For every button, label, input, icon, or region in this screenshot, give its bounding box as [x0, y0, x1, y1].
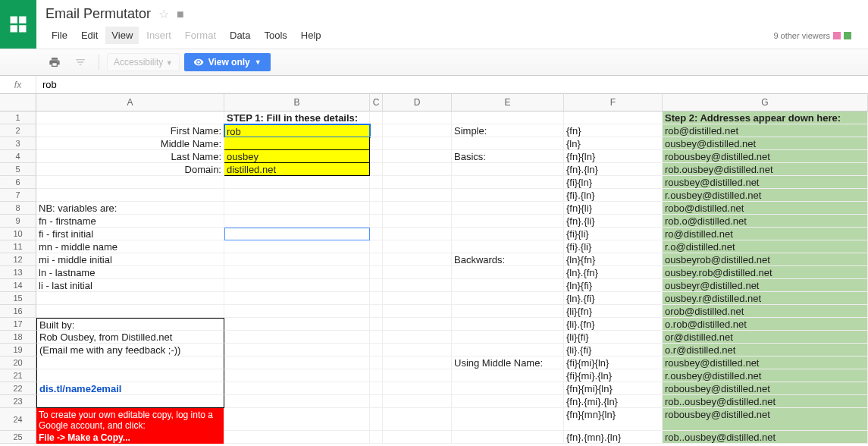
- cell-G17[interactable]: o.rob@distilled.net: [663, 318, 868, 331]
- cell-F19[interactable]: {li}.{fi}: [564, 344, 663, 356]
- row-header-20[interactable]: 20: [0, 356, 36, 369]
- cell-F9[interactable]: {fn}.{li}: [564, 215, 663, 228]
- cell-E7[interactable]: [452, 189, 564, 202]
- cell-E21[interactable]: [452, 369, 564, 382]
- cell-A22[interactable]: dis.tl/name2email: [36, 382, 224, 395]
- accessibility-button[interactable]: Accessibility ▼: [107, 53, 180, 71]
- cell-F13[interactable]: {ln}.{fn}: [564, 266, 663, 279]
- menu-file[interactable]: File: [45, 27, 74, 44]
- cell-C2[interactable]: [370, 124, 383, 137]
- cell-G2[interactable]: rob@distilled.net: [663, 124, 868, 137]
- col-header-D[interactable]: D: [383, 94, 452, 111]
- row-header-1[interactable]: 1: [0, 112, 36, 124]
- row-header-19[interactable]: 19: [0, 344, 36, 356]
- cell-B9[interactable]: [224, 215, 370, 228]
- row-header-10[interactable]: 10: [0, 228, 36, 240]
- cell-C5[interactable]: [370, 163, 383, 176]
- cell-B3[interactable]: [224, 137, 370, 150]
- cell-A21[interactable]: [36, 369, 224, 382]
- cell-C18[interactable]: [370, 331, 383, 344]
- cell-D17[interactable]: [383, 318, 452, 331]
- row-header-18[interactable]: 18: [0, 331, 36, 344]
- cell-E14[interactable]: [452, 279, 564, 292]
- menu-view[interactable]: View: [105, 27, 139, 44]
- cell-C7[interactable]: [370, 189, 383, 202]
- cell-D5[interactable]: [383, 163, 452, 176]
- cell-B14[interactable]: [224, 279, 370, 292]
- cell-A1[interactable]: [36, 112, 224, 124]
- cell-C11[interactable]: [370, 240, 383, 253]
- cell-A4[interactable]: Last Name:: [36, 150, 224, 163]
- cell-B25[interactable]: [224, 431, 370, 444]
- cell-B15[interactable]: [224, 292, 370, 305]
- cell-F6[interactable]: {fi}{ln}: [564, 176, 663, 189]
- cell-B20[interactable]: [224, 356, 370, 369]
- cell-E2[interactable]: Simple:: [452, 124, 564, 137]
- cell-E8[interactable]: [452, 202, 564, 215]
- cell-A16[interactable]: [36, 305, 224, 318]
- cell-G21[interactable]: r.ousbey@distilled.net: [663, 369, 868, 382]
- cell-E15[interactable]: [452, 292, 564, 305]
- cell-C13[interactable]: [370, 266, 383, 279]
- cell-A5[interactable]: Domain:: [36, 163, 224, 176]
- cell-E5[interactable]: [452, 163, 564, 176]
- cell-E3[interactable]: [452, 137, 564, 150]
- cell-A11[interactable]: mn - middle name: [36, 240, 224, 253]
- cell-B10[interactable]: [224, 228, 370, 240]
- cell-G9[interactable]: rob.o@distilled.net: [663, 215, 868, 228]
- cell-G1[interactable]: Step 2: Addresses appear down here:: [663, 112, 868, 124]
- viewers-indicator[interactable]: 9 other viewers: [773, 31, 859, 40]
- col-header-A[interactable]: A: [36, 94, 224, 111]
- cell-E6[interactable]: [452, 176, 564, 189]
- cell-F2[interactable]: {fn}: [564, 124, 663, 137]
- cell-B13[interactable]: [224, 266, 370, 279]
- cell-C15[interactable]: [370, 292, 383, 305]
- cell-A7[interactable]: [36, 189, 224, 202]
- cell-A14[interactable]: li - last initial: [36, 279, 224, 292]
- cell-D23[interactable]: [383, 395, 452, 408]
- cell-F20[interactable]: {fi}{mi}{ln}: [564, 356, 663, 369]
- cell-D19[interactable]: [383, 344, 452, 356]
- row-header-23[interactable]: 23: [0, 395, 36, 408]
- cell-G13[interactable]: ousbey.rob@distilled.net: [663, 266, 868, 279]
- cell-D12[interactable]: [383, 253, 452, 266]
- menu-edit[interactable]: Edit: [75, 27, 104, 44]
- app-logo[interactable]: [0, 0, 36, 49]
- row-header-7[interactable]: 7: [0, 189, 36, 202]
- row-header-12[interactable]: 12: [0, 253, 36, 266]
- cell-F3[interactable]: {ln}: [564, 137, 663, 150]
- row-header-6[interactable]: 6: [0, 176, 36, 189]
- cell-C4[interactable]: [370, 150, 383, 163]
- cell-E4[interactable]: Basics:: [452, 150, 564, 163]
- row-header-22[interactable]: 22: [0, 382, 36, 395]
- cell-D7[interactable]: [383, 189, 452, 202]
- row-header-15[interactable]: 15: [0, 292, 36, 305]
- formula-bar[interactable]: [36, 76, 868, 93]
- cell-A3[interactable]: Middle Name:: [36, 137, 224, 150]
- cell-B8[interactable]: [224, 202, 370, 215]
- select-all-corner[interactable]: [0, 94, 36, 111]
- cell-B12[interactable]: [224, 253, 370, 266]
- cell-E10[interactable]: [452, 228, 564, 240]
- cell-G24[interactable]: robousbey@distilled.net: [663, 408, 868, 431]
- col-header-G[interactable]: G: [663, 94, 868, 111]
- cell-A24[interactable]: To create your own editable copy, log in…: [36, 408, 224, 431]
- doc-title[interactable]: Email Permutator: [45, 6, 151, 22]
- cell-E23[interactable]: [452, 395, 564, 408]
- cell-E19[interactable]: [452, 344, 564, 356]
- cell-G5[interactable]: rob.ousbey@distilled.net: [663, 163, 868, 176]
- folder-icon[interactable]: ■: [177, 8, 184, 21]
- cell-E17[interactable]: [452, 318, 564, 331]
- cell-F15[interactable]: {ln}.{fi}: [564, 292, 663, 305]
- row-header-8[interactable]: 8: [0, 202, 36, 215]
- cell-C17[interactable]: [370, 318, 383, 331]
- cell-F22[interactable]: {fn}{mi}{ln}: [564, 382, 663, 395]
- menu-data[interactable]: Data: [224, 27, 256, 44]
- cell-B2[interactable]: rob: [224, 124, 370, 137]
- star-icon[interactable]: ☆: [158, 7, 169, 21]
- cell-D24[interactable]: [383, 408, 452, 431]
- cell-F8[interactable]: {fn}{li}: [564, 202, 663, 215]
- cell-E18[interactable]: [452, 331, 564, 344]
- cell-G15[interactable]: ousbey.r@distilled.net: [663, 292, 868, 305]
- cell-G4[interactable]: robousbey@distilled.net: [663, 150, 868, 163]
